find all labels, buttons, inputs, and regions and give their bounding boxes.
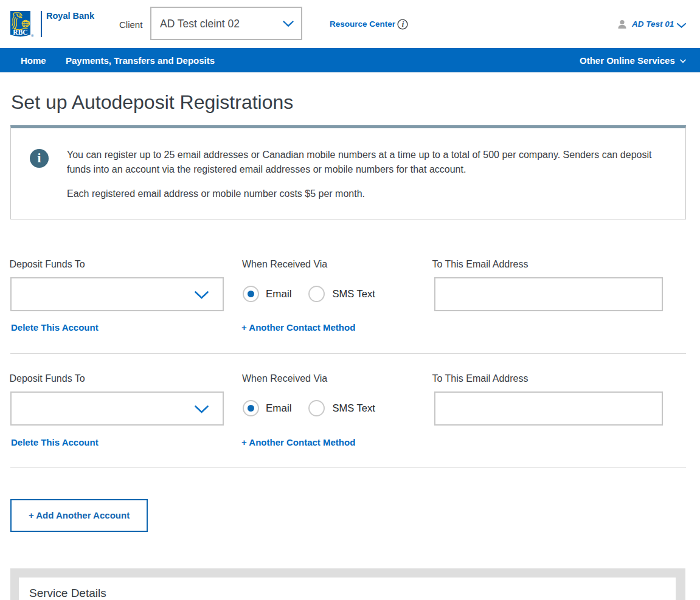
svg-text:RBC: RBC — [13, 29, 27, 36]
svg-text:i: i — [402, 20, 404, 29]
